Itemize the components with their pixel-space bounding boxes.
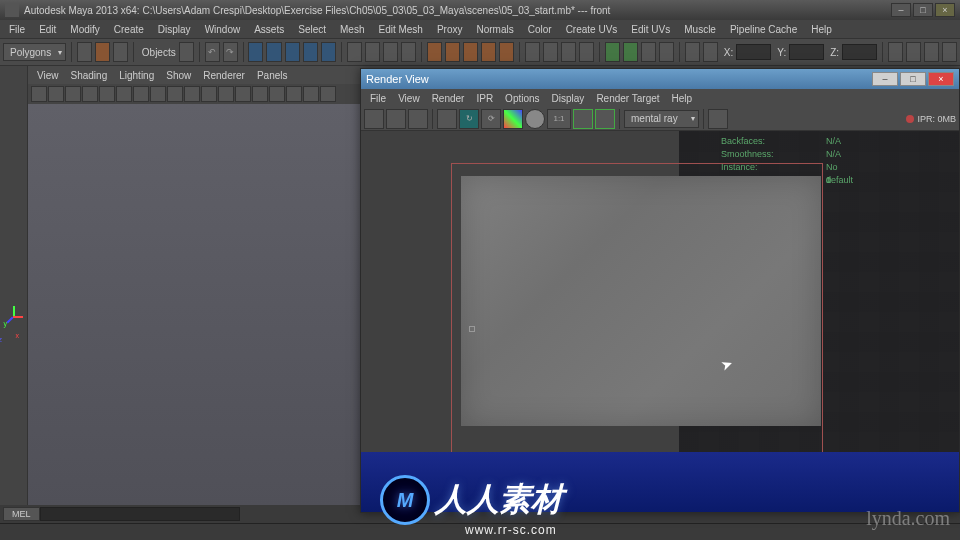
snap-grid-icon[interactable] bbox=[248, 42, 263, 62]
ipr-icon[interactable] bbox=[383, 42, 398, 62]
vp-tool-icon[interactable] bbox=[167, 86, 183, 102]
rw-menu-help[interactable]: Help bbox=[666, 91, 699, 106]
vp-menu-view[interactable]: View bbox=[31, 68, 65, 83]
vp-tool-icon[interactable] bbox=[303, 86, 319, 102]
tool-icon[interactable] bbox=[659, 42, 674, 62]
tool-icon[interactable] bbox=[463, 42, 478, 62]
tool-icon[interactable] bbox=[481, 42, 496, 62]
snap-curve-icon[interactable] bbox=[266, 42, 281, 62]
minimize-button[interactable]: – bbox=[891, 3, 911, 17]
hypershade-icon[interactable] bbox=[347, 42, 362, 62]
rw-maximize-button[interactable]: □ bbox=[900, 72, 926, 86]
menu-window[interactable]: Window bbox=[199, 22, 247, 37]
layout-icon[interactable] bbox=[543, 42, 558, 62]
rw-render-icon[interactable] bbox=[437, 109, 457, 129]
vp-tool-icon[interactable] bbox=[31, 86, 47, 102]
rw-menu-ipr[interactable]: IPR bbox=[470, 91, 499, 106]
redo-icon[interactable]: ↷ bbox=[223, 42, 238, 62]
undo-icon[interactable]: ↶ bbox=[205, 42, 220, 62]
rw-close-button[interactable]: × bbox=[928, 72, 954, 86]
menu-create[interactable]: Create bbox=[108, 22, 150, 37]
snap-point-icon[interactable] bbox=[285, 42, 300, 62]
tool-icon[interactable] bbox=[499, 42, 514, 62]
layout-icon[interactable] bbox=[525, 42, 540, 62]
tool-icon[interactable] bbox=[685, 42, 700, 62]
vp-tool-icon[interactable] bbox=[235, 86, 251, 102]
menuset-dropdown[interactable]: Polygons bbox=[3, 43, 66, 61]
menu-mesh[interactable]: Mesh bbox=[334, 22, 370, 37]
menu-modify[interactable]: Modify bbox=[64, 22, 105, 37]
layout-icon[interactable] bbox=[561, 42, 576, 62]
vp-tool-icon[interactable] bbox=[99, 86, 115, 102]
rw-menu-options[interactable]: Options bbox=[499, 91, 545, 106]
snap-live-icon[interactable] bbox=[321, 42, 336, 62]
rw-ipr-render-icon[interactable]: ↻ bbox=[459, 109, 479, 129]
vp-tool-icon[interactable] bbox=[218, 86, 234, 102]
vp-menu-lighting[interactable]: Lighting bbox=[113, 68, 160, 83]
vp-tool-icon[interactable] bbox=[320, 86, 336, 102]
ipr-pause-icon[interactable] bbox=[906, 115, 914, 123]
vp-tool-icon[interactable] bbox=[184, 86, 200, 102]
tool-icon[interactable] bbox=[703, 42, 718, 62]
rw-menu-view[interactable]: View bbox=[392, 91, 426, 106]
menu-edit[interactable]: Edit bbox=[33, 22, 62, 37]
rw-snapshot-icon[interactable] bbox=[408, 109, 428, 129]
rw-refresh-icon[interactable]: ⟳ bbox=[481, 109, 501, 129]
snap-plane-icon[interactable] bbox=[303, 42, 318, 62]
rw-menu-file[interactable]: File bbox=[364, 91, 392, 106]
tool-icon[interactable] bbox=[445, 42, 460, 62]
save-scene-icon[interactable] bbox=[113, 42, 128, 62]
tool-icon[interactable] bbox=[605, 42, 620, 62]
menu-pipeline-cache[interactable]: Pipeline Cache bbox=[724, 22, 803, 37]
tool-icon[interactable] bbox=[906, 42, 921, 62]
coord-z-input[interactable] bbox=[842, 44, 877, 60]
region-handle[interactable] bbox=[469, 326, 475, 332]
command-input[interactable] bbox=[40, 507, 240, 521]
vp-tool-icon[interactable] bbox=[65, 86, 81, 102]
render-settings-icon[interactable] bbox=[401, 42, 416, 62]
rw-redo-render-icon[interactable] bbox=[364, 109, 384, 129]
coord-y-input[interactable] bbox=[789, 44, 824, 60]
coord-x-input[interactable] bbox=[736, 44, 771, 60]
tool-icon[interactable] bbox=[942, 42, 957, 62]
rw-settings-icon[interactable] bbox=[708, 109, 728, 129]
menu-edit-uvs[interactable]: Edit UVs bbox=[625, 22, 676, 37]
vp-tool-icon[interactable] bbox=[48, 86, 64, 102]
tool-icon[interactable] bbox=[924, 42, 939, 62]
tool-icon[interactable] bbox=[888, 42, 903, 62]
rw-minimize-button[interactable]: – bbox=[872, 72, 898, 86]
tool-icon[interactable] bbox=[641, 42, 656, 62]
vp-menu-renderer[interactable]: Renderer bbox=[197, 68, 251, 83]
close-button[interactable]: × bbox=[935, 3, 955, 17]
vp-tool-icon[interactable] bbox=[82, 86, 98, 102]
vp-menu-show[interactable]: Show bbox=[160, 68, 197, 83]
open-scene-icon[interactable] bbox=[95, 42, 110, 62]
menu-proxy[interactable]: Proxy bbox=[431, 22, 469, 37]
menu-file[interactable]: File bbox=[3, 22, 31, 37]
menu-create-uvs[interactable]: Create UVs bbox=[560, 22, 624, 37]
script-language-label[interactable]: MEL bbox=[3, 507, 40, 521]
tool-icon[interactable] bbox=[623, 42, 638, 62]
construction-history-icon[interactable] bbox=[427, 42, 442, 62]
layout-icon[interactable] bbox=[579, 42, 594, 62]
vp-tool-icon[interactable] bbox=[116, 86, 132, 102]
render-view-canvas[interactable]: Backfaces:N/A Smoothness:N/A Instance:No… bbox=[361, 131, 959, 512]
menu-edit-mesh[interactable]: Edit Mesh bbox=[372, 22, 428, 37]
menu-muscle[interactable]: Muscle bbox=[678, 22, 722, 37]
menu-normals[interactable]: Normals bbox=[471, 22, 520, 37]
vp-tool-icon[interactable] bbox=[252, 86, 268, 102]
menu-help[interactable]: Help bbox=[805, 22, 838, 37]
rw-remove-image-icon[interactable] bbox=[595, 109, 615, 129]
vp-tool-icon[interactable] bbox=[150, 86, 166, 102]
vp-tool-icon[interactable] bbox=[201, 86, 217, 102]
vp-tool-icon[interactable] bbox=[269, 86, 285, 102]
menu-assets[interactable]: Assets bbox=[248, 22, 290, 37]
render-view-titlebar[interactable]: Render View – □ × bbox=[361, 69, 959, 89]
rw-menu-render[interactable]: Render bbox=[426, 91, 471, 106]
vp-menu-shading[interactable]: Shading bbox=[65, 68, 114, 83]
menu-color[interactable]: Color bbox=[522, 22, 558, 37]
vp-tool-icon[interactable] bbox=[286, 86, 302, 102]
new-scene-icon[interactable] bbox=[77, 42, 92, 62]
rw-display-alpha-icon[interactable] bbox=[525, 109, 545, 129]
menu-display[interactable]: Display bbox=[152, 22, 197, 37]
